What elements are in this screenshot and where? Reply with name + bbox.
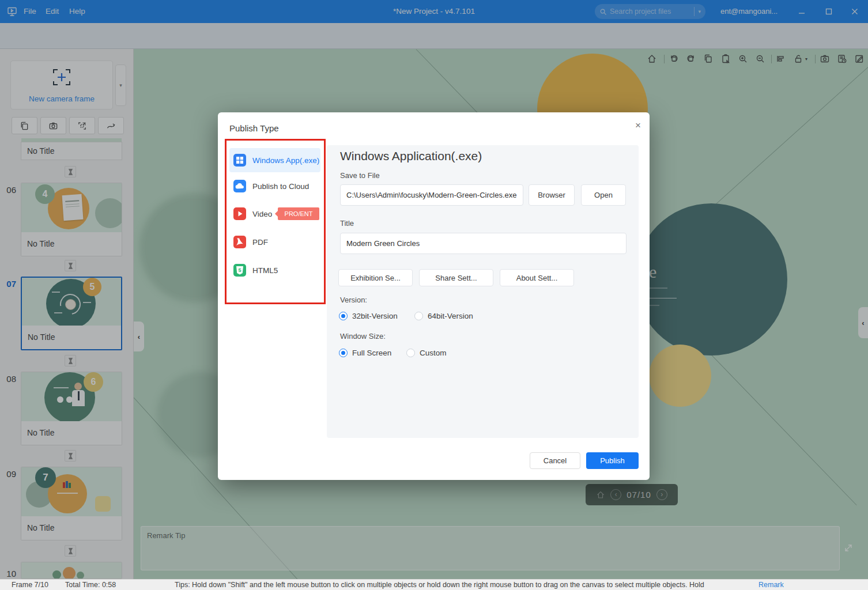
file-path-input[interactable] [340,184,523,206]
cancel-button[interactable]: Cancel [530,452,580,469]
radio-full-screen-label[interactable]: Full Screen [352,349,391,357]
browser-button[interactable]: Browser [529,184,575,206]
title-label: Title [340,219,354,228]
total-time: Total Time: 0:58 [65,580,116,590]
title-input[interactable] [340,233,627,254]
app-window: File Edit Help *New Project - v4.7.101 ▾… [0,0,868,590]
open-button[interactable]: Open [581,184,626,206]
exhibition-settings-button[interactable]: Exhibition Se... [338,269,413,286]
save-to-file-label: Save to File [340,171,380,180]
tips-text: Tips: Hold down "Shift" and the left mou… [175,580,742,590]
status-bar: Frame 7/10 Total Time: 0:58 Tips: Hold d… [0,579,868,590]
radio-custom-label[interactable]: Custom [420,349,447,357]
about-settings-button[interactable]: About Sett... [500,269,574,286]
dialog-close-button[interactable]: × [631,118,646,133]
radio-32bit[interactable] [339,312,348,320]
window-size-label: Window Size: [340,332,386,341]
dialog-title: Publish Type [229,123,279,133]
publish-button[interactable]: Publish [586,452,639,469]
version-label: Version: [340,296,367,304]
share-settings-button[interactable]: Share Sett... [419,269,493,286]
frame-counter: Frame 7/10 [12,580,48,590]
radio-64bit[interactable] [414,312,423,320]
radio-full-screen[interactable] [339,349,348,357]
panel-heading: Windows Application(.exe) [340,149,482,163]
radio-32bit-label[interactable]: 32bit-Version [352,312,398,320]
remark-toggle[interactable]: Remark [758,580,784,590]
windows-app-settings-panel: Windows Application(.exe) Save to File B… [327,145,639,438]
radio-64bit-label[interactable]: 64bit-Version [428,312,473,320]
tutorial-highlight-box [225,139,326,304]
radio-custom[interactable] [406,349,415,357]
